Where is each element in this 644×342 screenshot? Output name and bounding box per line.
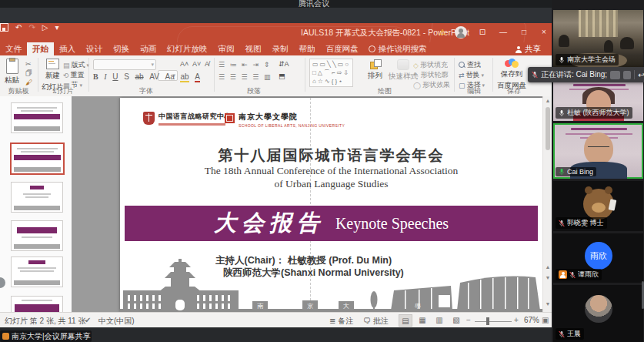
slide-thumbnail-5[interactable]: [11, 256, 63, 287]
shape-effects-button[interactable]: ◯形状效果: [413, 80, 450, 90]
slide-thumbnail-3[interactable]: [11, 182, 63, 213]
align-left-icon[interactable]: ☰: [219, 73, 225, 81]
align-text-icon[interactable]: ⬒: [279, 72, 285, 80]
align-center-icon[interactable]: ☰: [230, 73, 236, 81]
zoom-in-icon[interactable]: +: [514, 316, 519, 324]
tab-transitions[interactable]: 切换: [108, 42, 135, 55]
change-case-icon[interactable]: Aa: [165, 72, 175, 81]
strikethrough-icon[interactable]: ab: [135, 72, 143, 81]
tab-design[interactable]: 设计: [81, 42, 108, 55]
ribbon-display-options-icon[interactable]: ⊡: [475, 26, 489, 39]
tab-record[interactable]: 录制: [267, 42, 294, 55]
copy-icon[interactable]: 🗍: [25, 69, 32, 77]
font-color-icon[interactable]: A: [195, 72, 200, 82]
tab-view[interactable]: 视图: [240, 42, 267, 55]
current-slide[interactable]: 中国语言战略研究中心 南京大學文學院 SCHOOL OF LIBERAL ART…: [120, 98, 542, 312]
shape-outline-button[interactable]: ✎形状轮廓: [413, 70, 449, 80]
cut-icon[interactable]: ✂: [25, 60, 32, 68]
tab-home[interactable]: 开始: [27, 42, 54, 55]
align-right-icon[interactable]: ☰: [241, 73, 247, 81]
scroll-down-icon[interactable]: ▼: [545, 301, 551, 307]
slideshow-view-button[interactable]: ▧: [449, 314, 463, 327]
slide-sorter-view-button[interactable]: ▦: [415, 314, 429, 327]
scrollbar-thumb[interactable]: [546, 107, 550, 150]
qat-dropdown-icon[interactable]: ▾: [55, 23, 58, 32]
video-tile-room[interactable]: 南京大学主会场: [553, 10, 643, 68]
tab-insert[interactable]: 插入: [54, 42, 81, 55]
video-tile-tanyuxin[interactable]: 雨欣 谭雨欣: [553, 233, 643, 283]
slide-thumbnail-6[interactable]: [11, 296, 63, 312]
grow-font-icon[interactable]: A˄: [180, 60, 189, 68]
paste-button[interactable]: 粘贴: [5, 59, 19, 86]
ppt-close-button[interactable]: ×: [537, 26, 551, 39]
ppt-minimize-button[interactable]: —: [496, 26, 510, 39]
slide-thumbnail-pane[interactable]: [0, 96, 72, 312]
fit-to-window-icon[interactable]: ▣: [542, 316, 549, 324]
ppt-share-button[interactable]: 共享: [516, 44, 541, 55]
tab-slideshow[interactable]: 幻灯片放映: [162, 42, 213, 55]
scroll-up-icon[interactable]: ▲: [545, 98, 551, 103]
video-tile-guoxiaowen[interactable]: 郭晓雯 博士: [553, 181, 643, 231]
warning-icon[interactable]: ⚠: [435, 26, 449, 39]
format-painter-icon[interactable]: 🖌: [25, 79, 32, 86]
start-slideshow-icon[interactable]: ▷: [42, 23, 48, 32]
numbering-icon[interactable]: ≔: [230, 61, 237, 69]
normal-view-button[interactable]: ▤: [399, 314, 412, 327]
shapes-gallery[interactable]: ▭▭╲╲▭○□△⌒⌐⇨⇩⌂☆∿{}⋆: [309, 59, 353, 87]
next-slide-icon[interactable]: ▼: [545, 275, 551, 280]
video-tile-wangchen[interactable]: 王晨: [553, 285, 643, 342]
spellcheck-icon[interactable]: ✔: [85, 316, 91, 324]
screen-share-banner[interactable]: 南京大学|会议屏幕共享: [0, 330, 92, 342]
slide-thumbnail-1[interactable]: [11, 102, 63, 133]
reading-view-button[interactable]: ▥: [432, 314, 446, 327]
language-indicator[interactable]: 中文(中国): [98, 316, 135, 327]
undo-icon[interactable]: ↶: [15, 23, 22, 32]
text-direction-icon[interactable]: ⇵A: [279, 60, 289, 68]
char-spacing-icon[interactable]: AV: [149, 72, 159, 81]
increase-indent-icon[interactable]: ⇥: [253, 61, 259, 69]
shrink-font-icon[interactable]: A˅: [192, 60, 201, 68]
clear-format-icon[interactable]: A̸: [205, 60, 209, 68]
bullets-icon[interactable]: ☰: [219, 61, 225, 69]
comments-button[interactable]: 🗨 批注: [363, 316, 389, 327]
redo-icon[interactable]: ↷: [28, 23, 35, 32]
shadow-icon[interactable]: S: [124, 72, 129, 81]
find-button[interactable]: 查找: [459, 60, 481, 70]
shape-fill-button[interactable]: ◇形状填充: [413, 60, 448, 70]
save-icon[interactable]: [0, 23, 8, 32]
notes-button[interactable]: ≣ 备注: [329, 316, 353, 327]
tell-me-search[interactable]: 操作说明搜索: [364, 42, 432, 55]
reply-arrow-icon[interactable]: ↩: [638, 71, 644, 79]
previous-slide-icon[interactable]: ▲: [545, 264, 551, 270]
zoom-percentage[interactable]: 67%: [524, 316, 539, 324]
italic-icon[interactable]: I: [104, 72, 106, 81]
zoom-slider-thumb[interactable]: [486, 317, 489, 325]
replace-button[interactable]: ⇄替换▾: [459, 70, 484, 80]
underline-icon[interactable]: U: [112, 72, 118, 81]
layout-button[interactable]: ▤版式▾: [63, 60, 89, 70]
font-name-combo[interactable]: ▾: [93, 59, 156, 70]
video-tile-dumin[interactable]: 杜敏 (陕西师范大学): [553, 81, 643, 121]
reset-button[interactable]: ⟲重置: [63, 70, 85, 80]
bold-icon[interactable]: B: [93, 72, 98, 81]
tab-baidu-netdisk[interactable]: 百度网盘: [321, 42, 364, 55]
slide-canvas[interactable]: 中国语言战略研究中心 南京大學文學院 SCHOOL OF LIBERAL ART…: [72, 96, 542, 312]
tab-animations[interactable]: 动画: [135, 42, 162, 55]
highlight-color-icon[interactable]: ab: [180, 72, 189, 82]
speaking-now-toast[interactable]: 正在讲话: Cai Bing; ↩: [528, 67, 644, 82]
justify-icon[interactable]: ☰: [252, 73, 259, 81]
arrange-button[interactable]: 排列: [368, 59, 382, 81]
columns-icon[interactable]: ▥: [264, 73, 271, 81]
zoom-out-icon[interactable]: −: [466, 316, 471, 324]
slide-thumbnail-2-selected[interactable]: [10, 142, 65, 175]
account-avatar[interactable]: [455, 26, 467, 39]
line-spacing-icon[interactable]: ⇕: [264, 61, 270, 69]
tab-review[interactable]: 审阅: [213, 42, 240, 55]
video-tile-caibing[interactable]: Cai Bing: [553, 123, 643, 179]
slide-thumbnail-4[interactable]: [11, 220, 63, 251]
ppt-restore-button[interactable]: □: [517, 26, 531, 39]
zoom-slider-track[interactable]: [475, 321, 512, 322]
tab-file[interactable]: 文件: [0, 42, 27, 55]
decrease-indent-icon[interactable]: ⇤: [242, 61, 248, 69]
tab-help[interactable]: 帮助: [294, 42, 321, 55]
